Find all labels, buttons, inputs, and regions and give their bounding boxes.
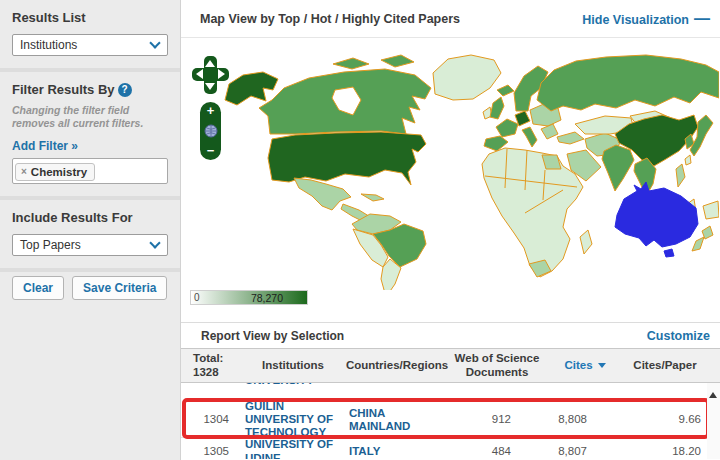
table-row-1304[interactable]: 1304 GUILIN UNIVERSITY OF TECHNOLOGY CHI…: [181, 400, 720, 438]
results-table-header: Total: 1328 Institutions Countries/Regio…: [181, 348, 720, 383]
customize-link[interactable]: Customize: [647, 329, 710, 343]
total-label: Total:: [193, 352, 223, 365]
zoom-in-button[interactable]: +: [207, 105, 215, 117]
balkans: [541, 124, 558, 139]
country-madagascar: [580, 230, 592, 254]
filter-chip-chemistry[interactable]: × Chemistry: [15, 163, 95, 181]
table-row-1305[interactable]: 1305 UNIVERSITY OF UDINE ITALY 484 8,807…: [181, 438, 720, 459]
col-cites-sort[interactable]: Cites: [547, 349, 623, 382]
country-philippines: [676, 164, 685, 187]
documents-cell: 912: [447, 400, 547, 440]
africa: [482, 148, 583, 277]
col-cites-label[interactable]: Cites: [564, 359, 592, 372]
sort-desc-icon[interactable]: [598, 363, 606, 368]
hide-visualization[interactable]: Hide Visualization—: [582, 10, 710, 28]
table-scrollbar[interactable]: [707, 383, 720, 459]
include-results-value: Top Papers: [20, 238, 81, 252]
pan-down-icon[interactable]: [205, 83, 215, 90]
world-map[interactable]: [185, 38, 719, 290]
map-header: Map View by Top / Hot / Highly Cited Pap…: [181, 0, 720, 38]
caribbean: [361, 194, 384, 201]
country-usa-alaska: [225, 72, 278, 105]
col-cites-paper: Cites/Paper: [623, 349, 707, 382]
pan-right-icon[interactable]: [218, 69, 225, 79]
results-list-heading: Results List: [12, 10, 168, 25]
new-guinea: [703, 201, 719, 219]
filter-heading: Filter Results By?: [12, 82, 168, 97]
include-results-section: Include Results For Top Papers: [0, 200, 180, 268]
filter-note: Changing the filter field removes all cu…: [12, 104, 168, 130]
clear-button[interactable]: Clear: [12, 276, 64, 300]
country-taiwan: [685, 155, 691, 165]
documents-cell: 484: [447, 438, 547, 459]
rank-cell: 1304: [181, 400, 239, 440]
country-usa: [268, 132, 426, 185]
institution-link[interactable]: GUILIN UNIVERSITY OF TECHNOLOGY: [239, 400, 347, 440]
remove-chip-icon[interactable]: ×: [21, 166, 27, 177]
country-russia: [537, 55, 719, 111]
zoom-out-button[interactable]: −: [207, 145, 215, 157]
include-results-dropdown[interactable]: Top Papers: [12, 234, 168, 256]
results-list-dropdown[interactable]: Institutions: [12, 34, 168, 56]
country-italy: [522, 127, 537, 147]
chevron-down-icon: [149, 37, 160, 48]
country-new-zealand-south: [692, 237, 704, 251]
tasmania: [664, 249, 674, 257]
country-link[interactable]: CHINA MAINLAND: [347, 400, 447, 440]
map-title: Map View by Top / Hot / Highly Cited Pap…: [200, 12, 460, 26]
total-header: Total: 1328: [181, 349, 239, 382]
results-table-body: UNIVERSITY 1304 GUILIN UNIVERSITY OF TEC…: [181, 383, 720, 459]
report-title: Report View by Selection: [201, 329, 344, 343]
legend-max-label: 78,270: [251, 292, 283, 304]
filter-section: Filter Results By? Changing the filter f…: [0, 72, 180, 196]
country-france: [496, 119, 518, 137]
filter-heading-label: Filter Results By: [12, 82, 115, 97]
globe-icon[interactable]: [204, 124, 218, 138]
report-header: Report View by Selection Customize: [181, 322, 720, 348]
country-turkey: [557, 132, 584, 144]
map-color-legend: 0 78,270: [190, 290, 308, 305]
collapse-icon[interactable]: —: [694, 10, 710, 27]
total-value: 1328: [193, 366, 219, 379]
cites-cell: 8,808: [547, 400, 623, 440]
col-institutions: Institutions: [239, 349, 347, 382]
rank-cell: 1305: [181, 438, 239, 459]
criteria-buttons: Clear Save Criteria: [0, 272, 180, 312]
arctic-island: [381, 55, 414, 67]
chevron-down-icon: [149, 237, 160, 248]
map-pan-control[interactable]: [192, 56, 229, 94]
col-documents: Web of Science Documents: [447, 349, 547, 382]
country-india: [602, 145, 634, 191]
filter-sidebar: Results List Institutions Filter Results…: [0, 0, 181, 460]
help-icon[interactable]: ?: [118, 83, 132, 97]
country-iceland: [497, 85, 514, 96]
institution-link[interactable]: UNIVERSITY: [239, 383, 347, 400]
pan-left-icon[interactable]: [196, 69, 203, 79]
filter-chips-box[interactable]: × Chemistry: [12, 158, 168, 184]
include-results-heading: Include Results For: [12, 210, 168, 225]
chip-label: Chemistry: [31, 166, 87, 178]
save-criteria-button[interactable]: Save Criteria: [72, 276, 167, 300]
map-zoom-control[interactable]: + −: [200, 102, 221, 160]
cites-per-paper-cell: 9.66: [623, 400, 707, 440]
institution-link[interactable]: UNIVERSITY OF UDINE: [239, 438, 347, 459]
legend-min-label: 0: [194, 292, 200, 303]
add-filter-link[interactable]: Add Filter »: [12, 139, 78, 153]
col-countries: Countries/Regions: [347, 349, 447, 382]
results-list-section: Results List Institutions: [0, 0, 180, 68]
main-panel: Map View by Top / Hot / Highly Cited Pap…: [181, 0, 720, 460]
page: Results List Institutions Filter Results…: [0, 0, 720, 460]
cites-cell: 8,807: [547, 438, 623, 459]
country-link[interactable]: ITALY: [347, 438, 447, 459]
country-uk: [490, 97, 504, 119]
results-list-value: Institutions: [20, 38, 77, 52]
map-visualization: + −: [181, 38, 720, 322]
arctic-island: [333, 58, 369, 69]
country-greenland: [433, 55, 501, 100]
country-australia-selected: [615, 182, 698, 247]
pan-up-icon[interactable]: [205, 60, 215, 67]
cites-per-paper-cell: 18.20: [623, 438, 707, 459]
scroll-up-icon[interactable]: [709, 392, 717, 398]
table-row-partial[interactable]: UNIVERSITY: [181, 383, 720, 400]
hide-visualization-link[interactable]: Hide Visualization: [582, 13, 689, 27]
